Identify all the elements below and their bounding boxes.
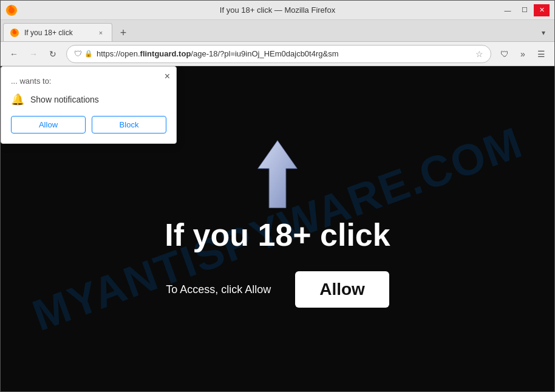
reload-button[interactable]: ↻ <box>44 46 61 63</box>
lock-icon: 🔒 <box>84 50 93 58</box>
window-title: If you 18+ click — Mozilla Firefox <box>220 5 335 15</box>
url-domain: flintguard.top <box>140 49 191 58</box>
tab-bar-right: ▾ <box>535 24 552 41</box>
firefox-shield-button[interactable]: 🛡 <box>496 46 513 63</box>
tab-bar: If you 18+ click × + ▾ <box>1 20 554 42</box>
new-tab-button[interactable]: + <box>115 24 132 41</box>
popup-block-button[interactable]: Block <box>92 116 166 133</box>
forward-button[interactable]: → <box>25 46 42 63</box>
bookmark-star-icon[interactable]: ☆ <box>475 49 483 59</box>
popup-allow-button[interactable]: Allow <box>11 116 86 133</box>
maximize-button[interactable]: ☐ <box>517 4 533 16</box>
webpage-content: MYANTISPYWARE.COM × ... wants to: 🔔 Show… <box>1 66 554 391</box>
popup-close-button[interactable]: × <box>165 72 170 81</box>
arrow-up-icon <box>253 138 302 211</box>
svg-marker-2 <box>258 141 298 208</box>
page-allow-button[interactable]: Allow <box>295 271 389 308</box>
popup-buttons: Allow Block <box>11 116 166 133</box>
page-main-content: If you 18+ click To Access, click Allow … <box>165 138 390 320</box>
notification-popup: × ... wants to: 🔔 Show notifications All… <box>1 66 177 144</box>
address-bar-icons: 🛡 🔒 <box>74 49 93 58</box>
nav-right-controls: 🛡 » ☰ <box>496 46 550 63</box>
tab-label: If you 18+ click <box>24 29 73 37</box>
menu-button[interactable]: ☰ <box>533 46 550 63</box>
back-button[interactable]: ← <box>5 46 22 63</box>
navigation-bar: ← → ↻ 🛡 🔒 https://open.flintguard.top/ag… <box>1 42 554 66</box>
popup-permission-row: 🔔 Show notifications <box>11 93 166 106</box>
firefox-logo-icon <box>5 4 18 16</box>
popup-permission-text: Show notifications <box>30 95 99 104</box>
browser-window: If you 18+ click — Mozilla Firefox — ☐ ✕… <box>0 0 555 392</box>
extensions-button[interactable]: » <box>514 46 531 63</box>
close-button[interactable]: ✕ <box>534 4 550 16</box>
bell-icon: 🔔 <box>11 93 24 106</box>
window-controls: — ☐ ✕ <box>500 4 550 16</box>
active-tab[interactable]: If you 18+ click × <box>3 23 112 41</box>
list-all-tabs-button[interactable]: ▾ <box>535 24 552 41</box>
title-bar-left <box>5 4 18 16</box>
shield-icon: 🛡 <box>74 49 82 58</box>
url-text: https://open.flintguard.top/age-18/?pl=i… <box>97 49 469 58</box>
popup-site-text: ... wants to: <box>11 76 166 86</box>
title-bar: If you 18+ click — Mozilla Firefox — ☐ ✕ <box>1 1 554 20</box>
address-bar[interactable]: 🛡 🔒 https://open.flintguard.top/age-18/?… <box>66 45 491 63</box>
tab-close-button[interactable]: × <box>96 28 106 38</box>
minimize-button[interactable]: — <box>500 4 516 16</box>
main-heading: If you 18+ click <box>165 217 390 253</box>
tab-favicon-icon <box>10 28 19 38</box>
access-text: To Access, click Allow <box>166 283 271 296</box>
bottom-row: To Access, click Allow Allow <box>166 271 389 308</box>
